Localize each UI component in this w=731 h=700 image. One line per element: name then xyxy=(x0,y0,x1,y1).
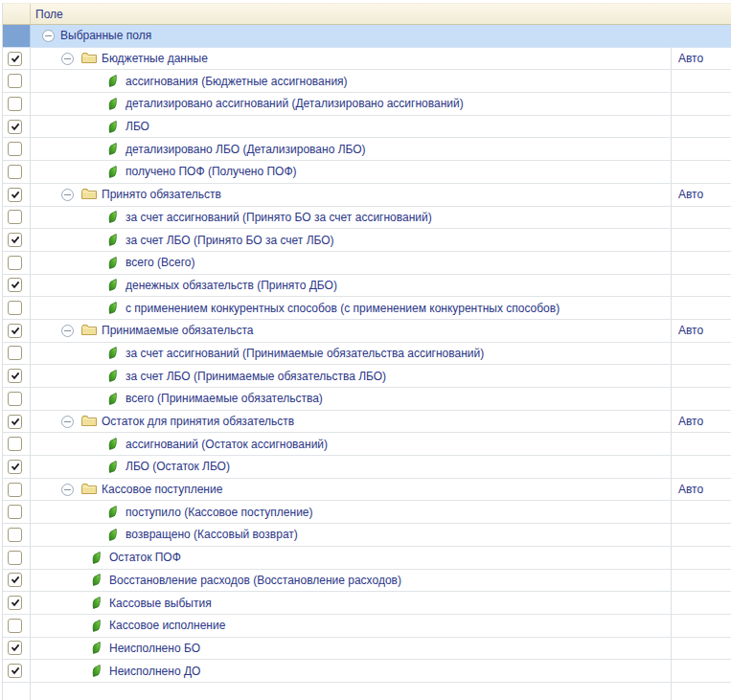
row-checkbox[interactable] xyxy=(8,74,22,88)
green-field-leaf-icon xyxy=(108,302,117,314)
row-checkbox[interactable] xyxy=(8,460,22,474)
tree-field-row[interactable]: ассигнования (Бюджетные ассигнования) xyxy=(3,70,731,93)
collapse-minus-icon[interactable] xyxy=(61,189,74,201)
tree-field-row[interactable]: детализировано ассигнований (Детализиров… xyxy=(3,93,731,116)
checkmark-icon xyxy=(11,191,20,199)
tree-field-row[interactable]: поступило (Кассовое поступление) xyxy=(3,501,731,524)
row-checkbox[interactable] xyxy=(8,52,22,66)
checkmark-icon xyxy=(11,666,20,675)
closed-folder-icon xyxy=(81,189,97,200)
empty-checkbox-column xyxy=(3,683,31,700)
row-checkbox[interactable] xyxy=(8,415,22,429)
green-field-leaf-icon xyxy=(108,279,117,291)
placement-cell xyxy=(672,93,731,115)
tree-cell: поступило (Кассовое поступление) xyxy=(31,501,672,523)
tree-cell: Восстановление расходов (Восстановление … xyxy=(31,570,672,592)
tree-field-row[interactable]: ассигнований (Остаток ассигнований) xyxy=(3,433,731,456)
row-label: Кассовое исполнение xyxy=(109,619,225,632)
row-checkbox[interactable] xyxy=(8,120,22,134)
placement-cell[interactable]: Авто xyxy=(672,184,731,206)
row-checkbox[interactable] xyxy=(8,142,22,156)
tree-field-row[interactable]: с применением конкурентных способов (с п… xyxy=(3,297,731,320)
tree-field-row[interactable]: возвращено (Кассовый возврат) xyxy=(3,524,731,547)
checkbox-cell xyxy=(3,524,31,546)
tree-group-row[interactable]: Принимаемые обязательстаАвто xyxy=(3,320,731,343)
tree-field-row[interactable]: за счет ассигнований (Принимаемые обязат… xyxy=(3,343,731,366)
row-checkbox[interactable] xyxy=(8,551,22,565)
row-checkbox[interactable] xyxy=(8,324,22,338)
tree-field-row[interactable]: детализировано ЛБО (Детализировано ЛБО) xyxy=(3,138,731,161)
checkbox-cell xyxy=(3,48,31,70)
row-checkbox[interactable] xyxy=(8,278,22,292)
row-checkbox[interactable] xyxy=(8,346,22,360)
row-checkbox[interactable] xyxy=(8,256,22,270)
row-checkbox[interactable] xyxy=(8,369,22,383)
tree-field-row[interactable]: за счет ЛБО (Принято БО за счет ЛБО) xyxy=(3,229,731,252)
placement-cell[interactable]: Авто xyxy=(672,411,731,433)
tree-field-row[interactable]: за счет ЛБО (Принимаемые обязательства Л… xyxy=(3,365,731,388)
tree-field-row[interactable]: Остаток ПОФ xyxy=(3,547,731,570)
placement-cell[interactable]: Авто xyxy=(672,479,731,501)
row-label: получено ПОФ (Получено ПОФ) xyxy=(126,165,297,178)
tree-field-row[interactable]: Неисполнено ДО xyxy=(3,660,731,683)
collapse-minus-icon[interactable] xyxy=(61,53,74,65)
row-checkbox[interactable] xyxy=(8,165,22,179)
row-checkbox[interactable] xyxy=(8,210,22,224)
placement-value[interactable]: Авто xyxy=(678,415,703,428)
tree-group-row[interactable]: Кассовое поступлениеАвто xyxy=(3,479,731,502)
row-checkbox[interactable] xyxy=(8,233,22,247)
tree-group-row[interactable]: Остаток для принятия обязательствАвто xyxy=(3,411,731,434)
green-field-leaf-icon xyxy=(108,75,117,87)
row-checkbox[interactable] xyxy=(8,573,22,587)
tree-field-row[interactable]: всего (Всего) xyxy=(3,252,731,275)
column-header-label: Поле xyxy=(35,8,63,21)
row-checkbox[interactable] xyxy=(8,641,22,655)
row-checkbox[interactable] xyxy=(8,619,22,633)
collapse-minus-icon[interactable] xyxy=(61,416,74,428)
collapse-minus-icon[interactable] xyxy=(61,325,74,337)
placement-cell[interactable]: Авто xyxy=(672,48,731,70)
tree-cell: Неисполнено БО xyxy=(31,638,672,660)
collapse-minus-icon[interactable] xyxy=(61,484,74,496)
column-header-field[interactable]: Поле xyxy=(31,4,731,24)
placement-cell[interactable]: Авто xyxy=(672,320,731,342)
placement-value[interactable]: Авто xyxy=(678,188,703,201)
tree-field-row[interactable]: ЛБО (Остаток ЛБО) xyxy=(3,456,731,479)
row-checkbox[interactable] xyxy=(8,437,22,451)
tree-field-row[interactable]: Кассовые выбытия xyxy=(3,592,731,615)
tree-group-row[interactable]: Бюджетные данныеАвто xyxy=(3,48,731,71)
tree-cell: детализировано ассигнований (Детализиров… xyxy=(31,93,672,115)
row-checkbox[interactable] xyxy=(8,505,22,519)
collapse-minus-icon[interactable] xyxy=(42,30,55,42)
placement-value[interactable]: Авто xyxy=(678,324,703,337)
tree-field-row[interactable]: за счет ассигнований (Принято БО за счет… xyxy=(3,207,731,230)
tree-field-row[interactable]: Кассовое исполнение xyxy=(3,615,731,638)
tree-field-row[interactable]: всего (Принимаемые обязательства) xyxy=(3,388,731,411)
tree-field-row[interactable]: ЛБО xyxy=(3,116,731,139)
row-checkbox[interactable] xyxy=(8,188,22,202)
placement-value[interactable]: Авто xyxy=(678,52,703,65)
row-checkbox[interactable] xyxy=(8,596,22,610)
tree-cell: Неисполнено ДО xyxy=(31,660,672,682)
tree-field-row[interactable]: получено ПОФ (Получено ПОФ) xyxy=(3,161,731,184)
tree-field-row[interactable]: денежных обязательств (Принято ДБО) xyxy=(3,275,731,298)
row-checkbox[interactable] xyxy=(8,664,22,678)
green-field-leaf-icon xyxy=(92,665,101,677)
tree-root-row[interactable]: Выбранные поля xyxy=(3,25,731,48)
row-checkbox[interactable] xyxy=(8,301,22,315)
row-label: денежных обязательств (Принято ДБО) xyxy=(126,279,337,292)
row-checkbox[interactable] xyxy=(8,97,22,111)
tree-group-row[interactable]: Принято обязательствАвто xyxy=(3,184,731,207)
row-checkbox[interactable] xyxy=(8,528,22,542)
placement-cell xyxy=(672,660,731,682)
empty-field-column xyxy=(31,683,672,700)
tree-field-row[interactable]: Восстановление расходов (Восстановление … xyxy=(3,570,731,593)
row-label: за счет ассигнований (Принято БО за счет… xyxy=(126,211,432,224)
row-checkbox[interactable] xyxy=(8,392,22,406)
checkbox-cell xyxy=(3,252,31,274)
tree-field-row[interactable]: Неисполнено БО xyxy=(3,638,731,661)
tree-cell: Кассовое поступление xyxy=(31,479,672,501)
row-checkbox[interactable] xyxy=(8,483,22,497)
placement-value[interactable]: Авто xyxy=(678,483,703,496)
row-label: поступило (Кассовое поступление) xyxy=(126,506,313,519)
